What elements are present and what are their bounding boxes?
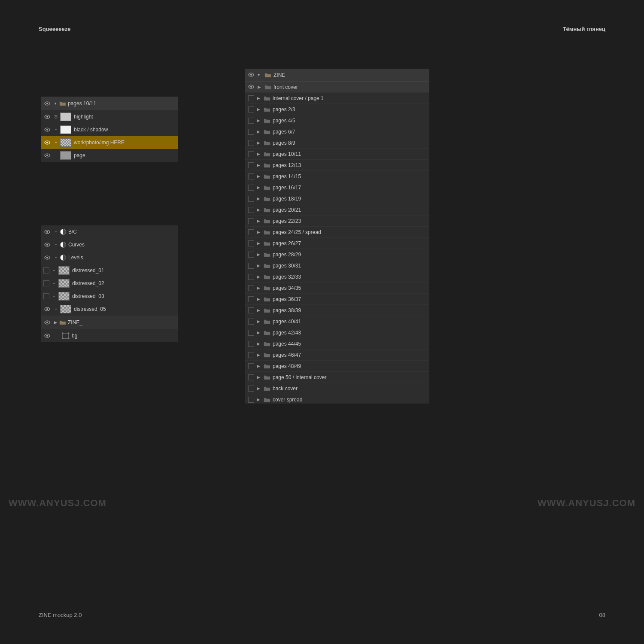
chevron-zine-21[interactable]: ▶ <box>257 308 262 313</box>
checkbox-zine-22[interactable] <box>248 319 254 325</box>
eye-icon-dist05[interactable] <box>43 305 51 313</box>
zine-row-6[interactable]: ▶ pages 8/9 <box>245 137 429 149</box>
chevron-zine-24[interactable]: ▶ <box>257 341 262 346</box>
zine-row-8[interactable]: ▶ pages 12/13 <box>245 160 429 171</box>
zine-row-16[interactable]: ▶ pages 28/29 <box>245 249 429 260</box>
checkbox-zine-8[interactable] <box>248 162 254 168</box>
chevron-zine-23[interactable]: ▶ <box>257 330 262 335</box>
link-icon-dist05[interactable] <box>53 306 59 312</box>
link-icon-highlight[interactable] <box>53 114 59 120</box>
zine-row-9[interactable]: ▶ pages 14/15 <box>245 171 429 182</box>
zine-row-21[interactable]: ▶ pages 38/39 <box>245 305 429 316</box>
chevron-zine-2[interactable]: ▶ <box>257 96 262 100</box>
chevron-front-cover[interactable]: ▶ <box>258 85 263 89</box>
checkbox-dist01[interactable] <box>43 267 49 273</box>
checkbox-zine-2[interactable] <box>248 95 254 101</box>
zine-row-2[interactable]: ▶ internal cover / page 1 <box>245 93 429 104</box>
eye-icon-levels[interactable] <box>43 254 51 261</box>
zine-row-10[interactable]: ▶ pages 16/17 <box>245 182 429 193</box>
checkbox-zine-13[interactable] <box>248 218 254 224</box>
eye-icon-front-cover[interactable] <box>248 84 256 90</box>
chevron-zine-25[interactable]: ▶ <box>257 352 262 357</box>
layer-row-work[interactable]: work/photo/img HERE <box>41 136 178 149</box>
layer-row-highlight[interactable]: highlight <box>41 110 178 123</box>
chevron-zine-18[interactable]: ▶ <box>257 274 262 279</box>
chevron-zine-8[interactable]: ▶ <box>257 163 262 167</box>
checkbox-zine-7[interactable] <box>248 151 254 157</box>
eye-icon-bg[interactable] <box>43 332 51 340</box>
checkbox-zine-28[interactable] <box>248 386 254 392</box>
chevron-zine-9[interactable]: ▶ <box>257 174 262 179</box>
checkbox-zine-18[interactable] <box>248 274 254 280</box>
layer-row-dist03[interactable]: distressed_03 <box>41 290 178 303</box>
zine-row-29[interactable]: ▶ cover spread <box>245 394 429 405</box>
layer-row-bg[interactable]: bg <box>41 329 178 342</box>
zine-row-13[interactable]: ▶ pages 22/23 <box>245 216 429 227</box>
link-icon-bc[interactable] <box>53 229 59 235</box>
checkbox-zine-9[interactable] <box>248 173 254 179</box>
layer-row-bc[interactable]: B/C <box>41 225 178 238</box>
layer-row-levels[interactable]: Levels <box>41 251 178 264</box>
checkbox-zine-12[interactable] <box>248 207 254 213</box>
link-icon-curves[interactable] <box>53 242 59 248</box>
zine-row-11[interactable]: ▶ pages 18/19 <box>245 193 429 204</box>
zine-row-5[interactable]: ▶ pages 6/7 <box>245 126 429 137</box>
zine-row-4[interactable]: ▶ pages 4/5 <box>245 115 429 126</box>
link-icon-shadow[interactable] <box>53 127 59 133</box>
chevron-zine-17[interactable]: ▶ <box>257 263 262 268</box>
chevron-zine-29[interactable]: ▶ <box>257 397 262 402</box>
chevron-icon-pages[interactable]: ▾ <box>53 101 58 106</box>
zine-row-24[interactable]: ▶ pages 44/45 <box>245 338 429 349</box>
link-icon-dist03[interactable] <box>51 293 57 299</box>
layer-row-page[interactable]: page. <box>41 149 178 162</box>
chevron-zine-28[interactable]: ▶ <box>257 386 262 391</box>
eye-icon-bc[interactable] <box>43 228 51 236</box>
zine-row-25[interactable]: ▶ pages 46/47 <box>245 349 429 361</box>
layer-row-dist02[interactable]: distressed_02 <box>41 277 178 290</box>
chevron-zine-5[interactable]: ▶ <box>257 129 262 134</box>
checkbox-zine-14[interactable] <box>248 229 254 235</box>
chevron-zine-15[interactable]: ▶ <box>257 241 262 246</box>
checkbox-zine-6[interactable] <box>248 140 254 146</box>
zine-row-17[interactable]: ▶ pages 30/31 <box>245 260 429 271</box>
checkbox-zine-5[interactable] <box>248 129 254 135</box>
chevron-zine-20[interactable]: ▶ <box>257 297 262 301</box>
checkbox-zine-29[interactable] <box>248 397 254 403</box>
zine-row-27[interactable]: ▶ page 50 / internal cover <box>245 372 429 383</box>
eye-icon-zine-header[interactable] <box>248 72 256 78</box>
chevron-zine-10[interactable]: ▶ <box>257 185 262 190</box>
zine-row-7[interactable]: ▶ pages 10/11 <box>245 149 429 160</box>
zine-row-3[interactable]: ▶ pages 2/3 <box>245 104 429 115</box>
checkbox-zine-24[interactable] <box>248 341 254 347</box>
chevron-zine-22[interactable]: ▶ <box>257 319 262 324</box>
chevron-zine-26[interactable]: ▶ <box>257 364 262 368</box>
layer-row-dist01[interactable]: distressed_01 <box>41 264 178 277</box>
chevron-zine-27[interactable]: ▶ <box>257 375 262 380</box>
eye-icon-highlight[interactable] <box>43 113 51 121</box>
chevron-zine-6[interactable]: ▶ <box>257 140 262 145</box>
layer-row-dist05[interactable]: distressed_05 <box>41 303 178 316</box>
chevron-zine-14[interactable]: ▶ <box>257 230 262 234</box>
checkbox-zine-4[interactable] <box>248 118 254 124</box>
chevron-icon-zine-header[interactable]: ▾ <box>258 73 263 77</box>
checkbox-zine-11[interactable] <box>248 196 254 202</box>
chevron-zine-19[interactable]: ▶ <box>257 286 262 290</box>
zine-row-18[interactable]: ▶ pages 32/33 <box>245 271 429 283</box>
checkbox-zine-21[interactable] <box>248 307 254 313</box>
checkbox-zine-17[interactable] <box>248 263 254 269</box>
zine-row-23[interactable]: ▶ pages 42/43 <box>245 327 429 338</box>
checkbox-zine-3[interactable] <box>248 106 254 112</box>
zine-row-front-cover[interactable]: ▶ front cover <box>245 82 429 93</box>
chevron-zine-4[interactable]: ▶ <box>257 118 262 123</box>
eye-icon-page[interactable] <box>43 152 51 159</box>
zine-row-20[interactable]: ▶ pages 36/37 <box>245 294 429 305</box>
zine-row-19[interactable]: ▶ pages 34/35 <box>245 283 429 294</box>
chevron-zine-13[interactable]: ▶ <box>257 219 262 223</box>
checkbox-zine-27[interactable] <box>248 374 254 380</box>
zine-row-26[interactable]: ▶ pages 48/49 <box>245 361 429 372</box>
chevron-zine-3[interactable]: ▶ <box>257 107 262 112</box>
chevron-zine-16[interactable]: ▶ <box>257 252 262 257</box>
checkbox-zine-10[interactable] <box>248 185 254 191</box>
link-icon-dist02[interactable] <box>51 280 57 286</box>
checkbox-zine-19[interactable] <box>248 285 254 291</box>
